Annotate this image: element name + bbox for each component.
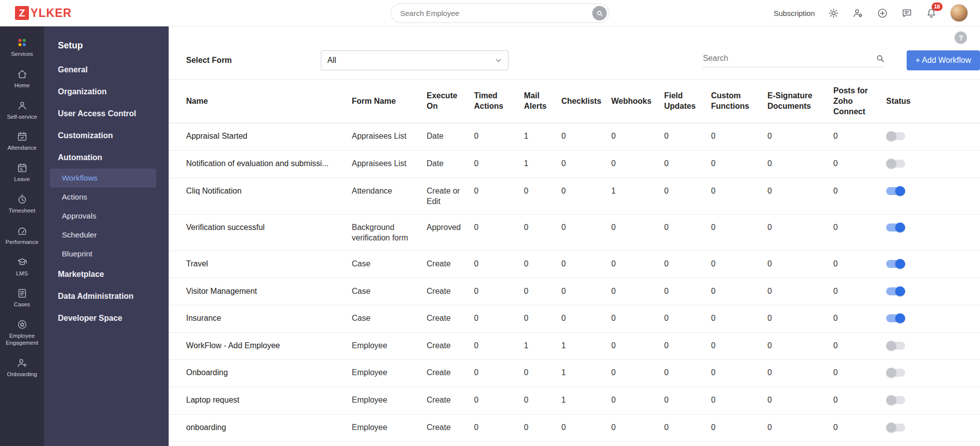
sidebar-item-self-service[interactable]: Self-service — [0, 95, 44, 126]
status-toggle[interactable] — [886, 223, 905, 231]
table-row: Appraisal StartedAppraisees ListDate0100… — [169, 123, 980, 151]
help-icon[interactable]: ? — [955, 31, 967, 44]
subscription-link[interactable]: Subscription — [773, 9, 815, 17]
workflow-name[interactable]: Visitor Management — [169, 278, 352, 305]
add-workflow-button[interactable]: + Add Workflow — [907, 50, 980, 70]
settings-item-data-administration[interactable]: Data Administration — [44, 285, 169, 307]
execute-on-cell: Create — [427, 278, 474, 305]
settings-item-developer-space[interactable]: Developer Space — [44, 307, 169, 329]
settings-item-scheduler[interactable]: Scheduler — [44, 225, 169, 244]
sidebar-item-attendance[interactable]: Attendance — [0, 126, 44, 157]
settings-item-approvals[interactable]: Approvals — [44, 207, 169, 225]
count-cell: 0 — [767, 414, 833, 442]
sidebar-item-home[interactable]: Home — [0, 63, 44, 95]
count-cell: 0 — [767, 360, 833, 387]
zylker-logo[interactable]: Z YLKER — [15, 6, 72, 20]
search-icon[interactable] — [876, 54, 885, 63]
count-cell: 0 — [711, 123, 767, 151]
table-row: Verification successfulBackground verifi… — [169, 214, 980, 250]
status-cell — [886, 360, 980, 387]
count-cell: 0 — [767, 387, 833, 414]
settings-item-general[interactable]: General — [44, 59, 169, 81]
notification-count-badge: 18 — [932, 2, 943, 11]
count-cell: 0 — [833, 150, 886, 178]
workflow-search-input[interactable] — [702, 53, 876, 63]
status-toggle[interactable] — [886, 314, 905, 322]
feedback-chat-icon[interactable] — [901, 7, 913, 19]
settings-item-workflows[interactable]: Workflows — [50, 169, 156, 188]
sidebar-item-performance[interactable]: Performance — [0, 220, 44, 251]
search-icon[interactable] — [592, 6, 607, 20]
status-toggle[interactable] — [886, 396, 905, 404]
form-select-dropdown[interactable]: All — [321, 50, 508, 70]
settings-item-customization[interactable]: Customization — [44, 125, 169, 147]
workflow-search — [702, 53, 885, 67]
global-search-input[interactable] — [391, 3, 609, 23]
column-header-execute-on: Execute On — [427, 80, 474, 123]
count-cell: 0 — [524, 414, 561, 442]
workflow-name[interactable]: Notification of evaluation and submissi.… — [169, 150, 352, 178]
status-toggle[interactable] — [886, 424, 905, 432]
count-cell: 0 — [711, 305, 767, 333]
column-header-timed-actions: Timed Actions — [474, 80, 524, 123]
settings-item-user-access-control[interactable]: User Access Control — [44, 103, 169, 125]
count-cell: 0 — [611, 150, 664, 178]
page-body: ServicesHomeSelf-serviceAttendanceLeaveT… — [0, 26, 980, 446]
workflow-name[interactable]: onboarding — [169, 414, 352, 442]
status-toggle[interactable] — [886, 260, 905, 268]
execute-on-cell: Create — [427, 250, 474, 278]
execute-on-cell: Create — [427, 305, 474, 333]
execute-on-cell: Date — [427, 123, 474, 151]
count-cell: 1 — [524, 123, 561, 151]
execute-on-cell: Approved — [427, 214, 474, 250]
settings-item-blueprint[interactable]: Blueprint — [44, 244, 169, 263]
sidebar-item-services[interactable]: Services — [0, 31, 44, 63]
status-toggle[interactable] — [886, 187, 905, 195]
workflow-name[interactable]: Cliq Notification — [169, 178, 352, 214]
workflow-name[interactable]: Appraisal Started — [169, 123, 352, 151]
count-cell: 0 — [561, 150, 611, 178]
sidebar-item-timesheet[interactable]: Timesheet — [0, 189, 44, 220]
settings-item-automation[interactable]: Automation — [44, 147, 169, 169]
sidebar-item-employee-engagement[interactable]: Employee Engagement — [0, 314, 44, 352]
workflow-name[interactable]: Insurance — [169, 305, 352, 333]
sidebar-item-leave[interactable]: Leave — [0, 157, 44, 189]
status-toggle[interactable] — [886, 342, 905, 350]
count-cell: 0 — [767, 178, 833, 214]
sidebar-item-label: LMS — [16, 270, 28, 277]
execute-on-cell: Create or Edit — [427, 178, 474, 214]
count-cell: 0 — [664, 214, 711, 250]
status-toggle[interactable] — [886, 132, 905, 140]
settings-item-actions[interactable]: Actions — [44, 188, 169, 207]
count-cell: 0 — [474, 360, 524, 387]
add-plus-circle-icon[interactable] — [877, 7, 888, 19]
workflow-name[interactable]: Onboarding — [169, 360, 352, 387]
workflow-name[interactable]: WorkFlow - Add Employee — [169, 332, 352, 360]
sidebar-item-cases[interactable]: Cases — [0, 282, 44, 314]
count-cell: 0 — [664, 178, 711, 214]
settings-item-organization[interactable]: Organization — [44, 81, 169, 103]
notifications-bell-icon[interactable]: 18 — [926, 7, 937, 19]
sidebar-item-lms[interactable]: LMS — [0, 251, 44, 283]
user-admin-icon[interactable] — [852, 7, 864, 19]
settings-item-marketplace[interactable]: Marketplace — [44, 263, 169, 285]
toggle-knob — [895, 186, 905, 196]
workflow-name[interactable]: Travel — [169, 250, 352, 278]
count-cell: 0 — [474, 178, 524, 214]
column-header-e-signature-documents: E-Signature Documents — [767, 80, 833, 123]
status-cell — [886, 150, 980, 178]
status-toggle[interactable] — [886, 160, 905, 168]
avatar[interactable] — [950, 4, 968, 22]
count-cell: 0 — [711, 278, 767, 305]
settings-gear-icon[interactable] — [828, 7, 839, 19]
workflow-name[interactable]: Verification successful — [169, 214, 352, 250]
count-cell: 0 — [474, 123, 524, 151]
toggle-knob — [886, 159, 896, 169]
workflow-name[interactable]: Laptop request — [169, 387, 352, 414]
count-cell: 1 — [561, 387, 611, 414]
status-toggle[interactable] — [886, 287, 905, 295]
count-cell: 1 — [611, 178, 664, 214]
sidebar-item-onboarding[interactable]: Onboarding — [0, 352, 44, 384]
status-toggle[interactable] — [886, 369, 905, 377]
count-cell: 0 — [561, 250, 611, 278]
